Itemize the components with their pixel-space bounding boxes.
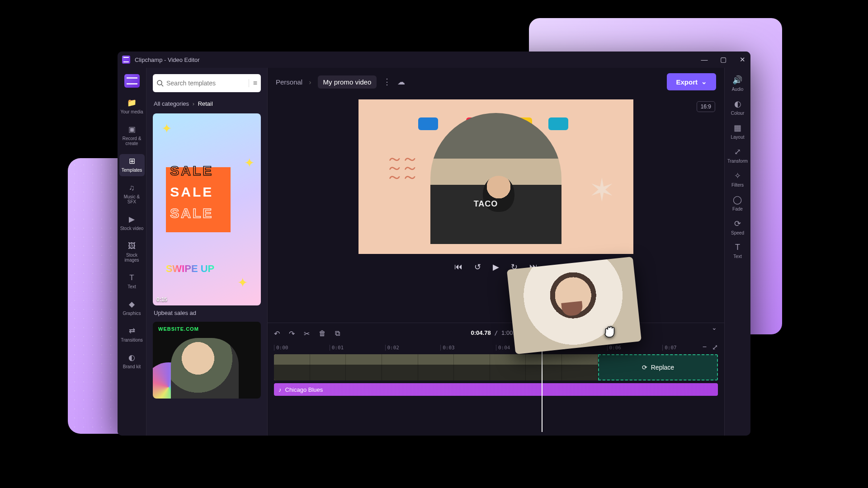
timeline-ruler[interactable]: 0:000:010:020:030:040:050:060:07 [274,345,718,351]
prop-transform[interactable]: ⤢Transform [727,147,748,164]
delete-button[interactable]: 🗑 [319,329,326,338]
svg-point-0 [157,80,162,85]
split-button[interactable]: ✂ [304,329,310,338]
colour-icon: ◐ [734,99,741,109]
replace-icon: ⟳ [642,364,647,371]
skip-start-button[interactable]: ⏮ [454,262,462,272]
dragging-clip-preview[interactable] [507,257,642,354]
squiggle-graphic: ～～～～～～ [386,154,416,181]
text-icon: T [127,273,137,282]
chevron-right-icon: › [309,78,311,86]
prop-layout[interactable]: ▦Layout [731,123,744,140]
video-icon: ▶ [127,215,137,224]
crumb-root[interactable]: All categories [154,100,189,107]
prop-audio[interactable]: 🔊Audio [732,75,744,92]
preview-stage: 16:9 ～～～～～～ ✶ ⏮ ↺ ▶ ↻ ⏭ [268,96,724,323]
aspect-ratio-button[interactable]: 16:9 [697,101,715,112]
chevron-down-icon: ⌄ [701,78,707,86]
transform-icon: ⤢ [734,147,741,157]
audio-track[interactable]: ♪ Chicago Blues [274,383,718,396]
music-note-icon: ♪ [278,386,282,393]
sync-icon: ☁ [397,77,405,87]
brandkit-icon: ◐ [127,353,137,362]
replace-drop-zone[interactable]: ⟳ Replace [598,354,718,380]
app-icon [122,56,130,64]
chevron-right-icon: › [193,100,194,107]
zoom-fit-button[interactable]: ⤢ [712,343,718,352]
properties-rail: 🔊Audio ◐Colour ▦Layout ⤢Transform ✧Filte… [724,68,750,436]
rail-your-media[interactable]: 📁Your media [119,96,145,118]
template-icon: ⊞ [127,157,137,166]
filter-button[interactable]: ≡ [249,79,257,87]
rail-brandkit[interactable]: ◐Brand kit [119,351,145,373]
breadcrumb: All categories › Retail [154,100,260,107]
window-title: Clipchamp - Video Editor [135,56,200,63]
close-button[interactable]: ✕ [739,56,746,64]
template-duration: 0:15 [156,296,167,303]
rail-templates[interactable]: ⊞Templates [119,154,145,176]
audio-icon: 🔊 [732,75,742,85]
image-icon: 🖼 [127,242,137,251]
rail-text[interactable]: TText [119,271,145,293]
grab-cursor-icon [601,323,618,340]
workspace-name[interactable]: Personal [276,78,302,86]
rail-stock-images[interactable]: 🖼Stock images [119,239,145,266]
text-prop-icon: T [735,243,740,252]
rail-record[interactable]: ▣Record & create [119,122,145,150]
sparkle-icon: ✦ [244,155,255,170]
prop-speed[interactable]: ⟳Speed [731,219,744,235]
template-card-1[interactable]: ✦ ✦ ✦ SALE SALE SALE SWIPE UP 0:15 [153,113,261,305]
search-bar: ≡ [153,74,261,92]
folder-icon: 📁 [127,99,137,108]
left-nav-rail: 📁Your media ▣Record & create ⊞Templates … [118,68,146,436]
maximize-button[interactable]: ▢ [720,56,727,64]
music-icon: ♫ [127,183,137,192]
graphics-icon: ◆ [127,300,137,309]
prop-filters[interactable]: ✧Filters [731,171,744,188]
audio-clip-name: Chicago Blues [285,386,323,393]
play-button[interactable]: ▶ [493,262,499,272]
zoom-out-button[interactable]: − [703,343,707,352]
timeline: ↶ ↷ ✂ 🗑 ⧉ 0:04.78 / 1:00.00 ⌄ − ⤢ 0:000:… [268,323,724,436]
templates-panel: ≡ All categories › Retail ✦ ✦ ✦ SALE SAL… [146,68,268,436]
search-input[interactable] [166,80,249,87]
prop-text[interactable]: TText [733,243,741,259]
video-clip[interactable] [274,354,598,380]
transitions-icon: ⇄ [127,327,137,336]
video-track[interactable]: ⟳ Replace [274,354,718,380]
playhead[interactable] [542,342,542,432]
top-bar: Personal › My promo video ⋮ ☁ Export ⌄ [268,68,724,96]
filters-icon: ✧ [734,171,741,181]
copy-button[interactable]: ⧉ [335,329,340,338]
crumb-current: Retail [198,100,213,107]
collapse-timeline-button[interactable]: ⌄ [712,324,717,331]
layout-icon: ▦ [734,123,741,133]
search-icon [156,80,164,87]
clipchamp-logo[interactable] [124,74,140,88]
record-icon: ▣ [127,125,137,134]
undo-button[interactable]: ↶ [274,329,280,338]
svg-line-1 [161,84,163,86]
template-card-2[interactable]: WEBSITE.COM [153,322,261,399]
speed-icon: ⟳ [734,219,741,229]
redo-button[interactable]: ↷ [289,329,295,338]
rail-music[interactable]: ♫Music & SFX [119,181,145,208]
preview-canvas[interactable]: ～～～～～～ ✶ [359,99,633,254]
editor-main: Personal › My promo video ⋮ ☁ Export ⌄ 1… [268,68,724,436]
rail-transitions[interactable]: ⇄Transitions [119,324,145,346]
rail-stock-video[interactable]: ▶Stock video [119,212,145,235]
app-window: Clipchamp - Video Editor — ▢ ✕ 📁Your med… [118,52,750,436]
minimize-button[interactable]: — [701,56,708,64]
rewind-button[interactable]: ↺ [474,262,481,272]
project-name[interactable]: My promo video [318,75,377,89]
more-button[interactable]: ⋮ [383,77,391,87]
rail-graphics[interactable]: ◆Graphics [119,297,145,319]
sparkle-icon: ✦ [237,275,248,290]
template-title: Upbeat sales ad [154,310,260,316]
prop-colour[interactable]: ◐Colour [731,99,744,116]
fade-icon: ◯ [733,195,742,205]
export-button[interactable]: Export ⌄ [667,73,716,90]
sparkle-icon: ✦ [161,121,172,136]
prop-fade[interactable]: ◯Fade [732,195,743,211]
titlebar: Clipchamp - Video Editor — ▢ ✕ [118,52,750,68]
